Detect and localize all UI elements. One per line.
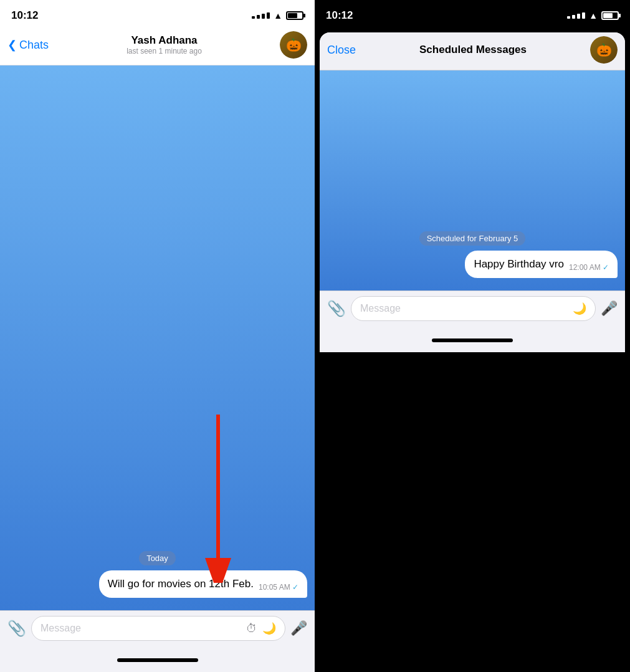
checkmark-icon: ✓: [292, 583, 298, 592]
right-status-icons: ▲: [567, 11, 619, 21]
right-wifi-icon: ▲: [589, 11, 598, 21]
right-message-input[interactable]: Message 🌙: [351, 296, 596, 321]
right-message-text: Happy Birthday vro: [474, 257, 564, 272]
scheduled-title: Scheduled Messages: [419, 44, 527, 56]
left-status-icons: ▲: [252, 11, 303, 21]
message-time: 10:05 AM ✓: [259, 583, 298, 592]
right-contact-avatar[interactable]: 🎃: [590, 36, 618, 64]
right-time: 10:12: [326, 9, 353, 22]
right-nav-center: Scheduled Messages: [419, 44, 527, 56]
scheduled-date-badge: Scheduled for February 5: [419, 231, 526, 246]
left-time: 10:12: [11, 9, 38, 22]
right-input-bar: 📎 Message 🌙 🎤: [320, 290, 625, 338]
input-field-icons: ⏱ 🌙: [246, 622, 276, 635]
input-placeholder: Message: [41, 623, 81, 634]
wifi-icon: ▲: [274, 11, 282, 21]
right-nav-bar: Close Scheduled Messages 🎃: [320, 32, 625, 70]
right-bottom-black: [315, 352, 630, 672]
right-phone: 10:12 ▲ Close Scheduled Messages: [315, 0, 630, 672]
back-label: Chats: [19, 39, 49, 52]
battery-icon: [286, 11, 303, 20]
right-signal-icon: [567, 12, 585, 19]
microphone-icon[interactable]: 🎤: [290, 620, 307, 636]
scheduled-modal: Close Scheduled Messages 🎃 Scheduled for…: [320, 32, 625, 352]
date-badge: Today: [139, 551, 176, 565]
right-status-bar: 10:12 ▲: [315, 0, 630, 27]
left-phone: 10:12 ▲ ❮ Chats Yash Adhana last seen 1 …: [0, 0, 315, 672]
right-home-indicator: [432, 338, 513, 342]
red-arrow: [181, 408, 255, 583]
close-label: Close: [327, 44, 356, 57]
left-status-bar: 10:12 ▲: [0, 0, 315, 27]
left-messages: Today Will go for movies on 12th Feb. 10…: [0, 545, 315, 610]
left-nav-bar: ❮ Chats Yash Adhana last seen 1 minute a…: [0, 27, 315, 65]
chevron-left-icon: ❮: [7, 38, 17, 52]
attachment-icon[interactable]: 📎: [7, 620, 26, 637]
left-message-input[interactable]: Message ⏱ 🌙: [31, 616, 285, 641]
contact-avatar[interactable]: 🎃: [280, 31, 307, 59]
chat-subtitle: last seen 1 minute ago: [126, 47, 202, 55]
right-avatar-image: 🎃: [590, 36, 618, 64]
signal-icon: [252, 12, 270, 19]
right-input-placeholder: Message: [360, 303, 401, 314]
right-input-field-icons: 🌙: [573, 302, 586, 315]
right-microphone-icon[interactable]: 🎤: [601, 300, 618, 317]
right-home-area: [320, 338, 625, 352]
left-home-area: [0, 658, 315, 672]
right-message-time: 12:00 AM ✓: [569, 263, 609, 272]
close-button[interactable]: Close: [327, 44, 356, 57]
left-chat-area: Today Will go for movies on 12th Feb. 10…: [0, 65, 315, 610]
right-chat-area: Scheduled for February 5 Happy Birthday …: [320, 70, 625, 290]
right-message-bubble: Happy Birthday vro 12:00 AM ✓: [465, 251, 618, 278]
right-battery-icon: [601, 11, 619, 20]
right-attachment-icon[interactable]: 📎: [327, 300, 346, 317]
nav-center: Yash Adhana last seen 1 minute ago: [126, 34, 202, 55]
emoji-icon[interactable]: 🌙: [262, 622, 276, 635]
schedule-icon[interactable]: ⏱: [246, 622, 257, 635]
avatar-image: 🎃: [280, 31, 307, 59]
right-emoji-icon[interactable]: 🌙: [573, 302, 586, 315]
right-checkmark-icon: ✓: [603, 263, 609, 272]
left-input-bar: 📎 Message ⏱ 🌙 🎤: [0, 610, 315, 658]
left-home-indicator: [117, 658, 198, 662]
back-button[interactable]: ❮ Chats: [7, 38, 49, 52]
chat-title: Yash Adhana: [131, 34, 197, 47]
right-messages: Scheduled for February 5 Happy Birthday …: [320, 225, 625, 290]
